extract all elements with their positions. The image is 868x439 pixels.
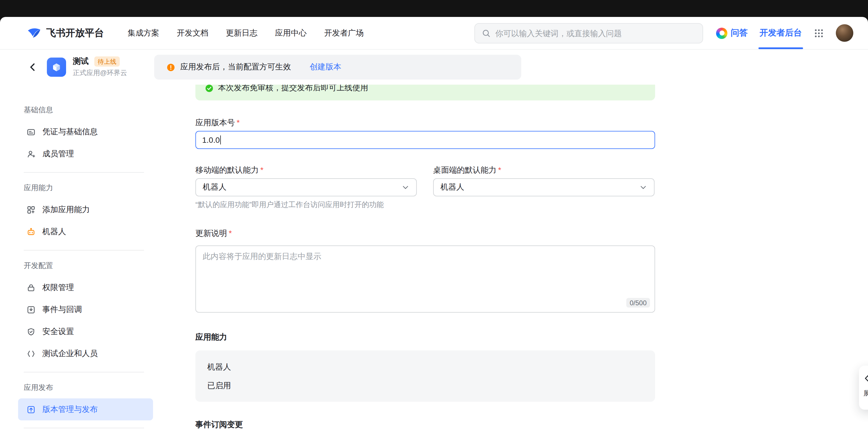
app-header: 测试 待上线 正式应用@环界云 应用发布后，当前配置方可生效 创建版本 <box>0 49 868 85</box>
user-avatar[interactable] <box>836 24 853 42</box>
sidebar: 基础信息 凭证与基础信息 成员管理 应用能力 <box>0 85 167 439</box>
inbox-arrow-icon <box>27 305 36 314</box>
expand-label: 展开 <box>864 389 868 398</box>
version-input[interactable]: 1.0.0 <box>195 131 655 149</box>
sidebar-divider <box>24 428 144 428</box>
id-card-icon <box>27 127 36 136</box>
desktop-default-label: 桌面端的默认能力* <box>433 165 654 175</box>
capability-section-title: 应用能力 <box>195 332 868 342</box>
search-input[interactable] <box>495 29 696 37</box>
nav-item-changelog[interactable]: 更新日志 <box>226 28 257 38</box>
browser-window: 飞书开放平台 集成方案 开发文档 更新日志 应用中心 开发者广场 问答 <box>0 17 868 439</box>
sidebar-item-credentials[interactable]: 凭证与基础信息 <box>18 121 153 143</box>
required-asterisk: * <box>237 118 240 127</box>
app-subtitle: 正式应用@环界云 <box>73 68 127 78</box>
publish-alert-banner: 应用发布后，当前配置方可生效 创建版本 <box>154 55 521 79</box>
feishu-logo[interactable]: 飞书开放平台 <box>27 26 104 40</box>
sidebar-divider <box>24 172 144 173</box>
sidebar-item-permissions[interactable]: 权限管理 <box>18 276 153 299</box>
capability-status: 已启用 <box>207 381 643 391</box>
chevron-down-icon <box>639 183 647 191</box>
cube-icon <box>50 61 63 73</box>
nav-item-app-center[interactable]: 应用中心 <box>275 28 307 38</box>
check-circle-icon <box>205 85 214 92</box>
app-name: 测试 <box>73 57 89 67</box>
alert-text: 应用发布后，当前配置方可生效 <box>180 62 291 72</box>
sidebar-section-dev-config: 开发配置 <box>24 261 153 271</box>
logo-text: 飞书开放平台 <box>46 27 104 39</box>
sidebar-item-members[interactable]: 成员管理 <box>18 143 153 165</box>
sidebar-divider <box>24 250 144 250</box>
qa-rainbow-icon <box>716 27 727 39</box>
mobile-default-value: 机器人 <box>203 182 226 193</box>
page-body: 基础信息 凭证与基础信息 成员管理 应用能力 <box>0 85 868 439</box>
feishu-logo-icon <box>27 26 41 40</box>
notes-textarea-wrap: 0/500 <box>195 245 655 313</box>
user-plus-icon <box>27 149 36 158</box>
nav-item-docs[interactable]: 开发文档 <box>177 28 208 38</box>
chevron-down-icon <box>402 183 409 191</box>
success-banner: 本次发布免审核，提交发布后即可上线使用 <box>195 85 655 100</box>
mobile-default-label: 移动端的默认能力* <box>195 165 417 175</box>
site-header: 飞书开放平台 集成方案 开发文档 更新日志 应用中心 开发者广场 问答 <box>0 17 868 49</box>
primary-nav: 集成方案 开发文档 更新日志 应用中心 开发者广场 <box>128 28 364 38</box>
create-version-link[interactable]: 创建版本 <box>309 62 341 72</box>
text-caret <box>220 135 221 144</box>
sidebar-item-version-release[interactable]: 版本管理与发布 <box>18 398 153 420</box>
back-button[interactable] <box>28 62 38 72</box>
version-value: 1.0.0 <box>202 135 220 144</box>
main-content: 本次发布免审核，提交发布后即可上线使用 应用版本号* 1.0.0 移动端的默认能… <box>167 85 868 439</box>
sidebar-item-security[interactable]: 安全设置 <box>18 320 153 342</box>
warning-icon <box>166 63 175 71</box>
header-actions: 问答 开发者后台 <box>716 17 853 49</box>
sidebar-item-test-org[interactable]: 测试企业和人员 <box>18 342 153 365</box>
robot-icon <box>27 227 36 236</box>
capability-summary-box: 机器人 已启用 <box>195 350 655 402</box>
lock-icon <box>27 283 36 292</box>
nav-item-integration[interactable]: 集成方案 <box>128 28 159 38</box>
desktop-default-select[interactable]: 机器人 <box>433 178 654 196</box>
expand-panel-button[interactable]: 展开 <box>859 366 868 410</box>
capability-name: 机器人 <box>207 362 643 372</box>
sidebar-item-bot[interactable]: 机器人 <box>18 221 153 243</box>
sidebar-section-release: 应用发布 <box>24 382 153 393</box>
default-capability-row: 移动端的默认能力* 机器人 桌面端的默认能力* 机器人 <box>195 165 868 196</box>
sidebar-divider <box>24 372 144 372</box>
success-text: 本次发布免审核，提交发布后即可上线使用 <box>218 85 368 93</box>
sidebar-item-events-callbacks[interactable]: 事件与回调 <box>18 299 153 320</box>
mobile-default-select[interactable]: 机器人 <box>195 178 417 196</box>
shield-check-icon <box>27 327 36 336</box>
search-icon <box>482 29 491 37</box>
app-icon <box>47 58 66 77</box>
default-capability-hint: “默认的应用功能”即用户通过工作台访问应用时打开的功能 <box>195 200 868 210</box>
sidebar-section-capabilities: 应用能力 <box>24 183 153 193</box>
screen: 飞书开放平台 集成方案 开发文档 更新日志 应用中心 开发者广场 问答 <box>0 0 868 439</box>
nav-item-dev-plaza[interactable]: 开发者广场 <box>324 28 364 38</box>
events-section-title: 事件订阅变更 <box>195 420 868 430</box>
sidebar-section-basic-info: 基础信息 <box>24 105 153 115</box>
global-search[interactable] <box>474 23 703 43</box>
apps-grid-icon[interactable] <box>814 28 824 38</box>
char-counter: 0/500 <box>626 298 650 307</box>
desktop-default-value: 机器人 <box>440 182 464 193</box>
notes-label: 更新说明* <box>195 229 868 239</box>
app-meta: 测试 待上线 正式应用@环界云 <box>73 57 127 78</box>
version-label: 应用版本号* <box>195 118 868 128</box>
qa-label: 问答 <box>731 28 748 38</box>
status-badge: 待上线 <box>94 57 120 67</box>
code-brackets-icon <box>27 349 36 358</box>
double-chevron-left-icon <box>864 374 868 383</box>
chevron-left-icon <box>28 62 38 72</box>
developer-console-tab[interactable]: 开发者后台 <box>760 17 802 49</box>
grid-plus-icon <box>27 205 36 214</box>
sidebar-item-add-capability[interactable]: 添加应用能力 <box>18 199 153 221</box>
publish-up-icon <box>27 405 36 414</box>
notes-textarea[interactable] <box>196 246 654 312</box>
qa-link[interactable]: 问答 <box>716 27 748 39</box>
